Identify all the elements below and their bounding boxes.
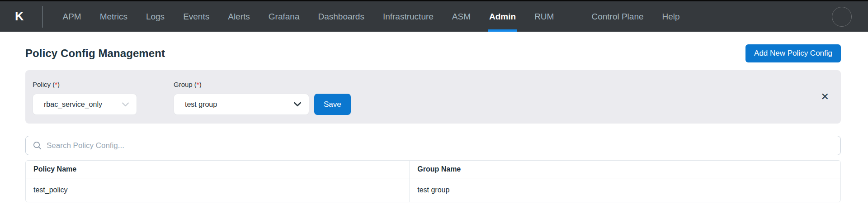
nav-item-admin[interactable]: Admin [489, 1, 516, 32]
cell-group-name: test group [410, 178, 840, 202]
group-label: Group (*) [174, 81, 309, 88]
save-button[interactable]: Save [314, 94, 351, 115]
app-logo[interactable]: K [15, 10, 24, 23]
nav-item-rum[interactable]: RUM [534, 1, 554, 32]
column-header-policy-name: Policy Name [26, 161, 410, 178]
nav-item-events[interactable]: Events [183, 1, 209, 32]
nav-item-logs[interactable]: Logs [146, 1, 165, 32]
close-icon[interactable]: ✕ [821, 92, 829, 102]
chevron-down-icon [294, 100, 301, 109]
policy-label: Policy (*) [33, 81, 137, 88]
active-tab-underline [488, 29, 517, 32]
nav-item-admin-label: Admin [489, 12, 516, 22]
form-row: Policy (*) rbac_service_only Group (*) t… [33, 81, 834, 115]
policy-field: Policy (*) rbac_service_only [33, 81, 137, 115]
group-select-value: test group [185, 100, 217, 109]
page-title: Policy Config Management [25, 47, 165, 60]
search-bar [25, 136, 841, 155]
nav-item-control-plane[interactable]: Control Plane [591, 1, 643, 32]
nav-menu: APM Metrics Logs Events Alerts Grafana D… [63, 1, 680, 32]
chevron-down-icon [122, 100, 129, 109]
nav-item-apm[interactable]: APM [63, 1, 81, 32]
column-header-group-name: Group Name [410, 161, 840, 178]
table-header-row: Policy Name Group Name [26, 161, 840, 178]
cell-policy-name: test_policy [26, 178, 410, 202]
table-row: test_policy test group [26, 178, 840, 202]
nav-item-infrastructure[interactable]: Infrastructure [383, 1, 434, 32]
add-new-policy-config-button[interactable]: Add New Policy Config [745, 44, 841, 62]
nav-item-help[interactable]: Help [662, 1, 680, 32]
policy-select[interactable]: rbac_service_only [33, 94, 137, 115]
group-field: Group (*) test group [174, 81, 309, 115]
nav-item-asm[interactable]: ASM [452, 1, 471, 32]
nav-item-grafana[interactable]: Grafana [269, 1, 300, 32]
avatar-placeholder[interactable] [832, 7, 852, 27]
top-navbar: K APM Metrics Logs Events Alerts Grafana… [0, 0, 868, 32]
nav-item-alerts[interactable]: Alerts [228, 1, 250, 32]
main-content: Policy Config Management Add New Policy … [0, 32, 868, 202]
search-icon [33, 141, 42, 150]
nav-item-dashboards[interactable]: Dashboards [318, 1, 364, 32]
policy-select-value: rbac_service_only [44, 100, 102, 109]
policy-config-table: Policy Name Group Name test_policy test … [25, 160, 841, 202]
policy-config-form-panel: Policy (*) rbac_service_only Group (*) t… [25, 70, 841, 124]
search-input[interactable] [47, 141, 833, 150]
group-select[interactable]: test group [174, 94, 309, 115]
page-header: Policy Config Management Add New Policy … [25, 44, 841, 62]
nav-divider [42, 6, 42, 28]
nav-item-metrics[interactable]: Metrics [100, 1, 127, 32]
